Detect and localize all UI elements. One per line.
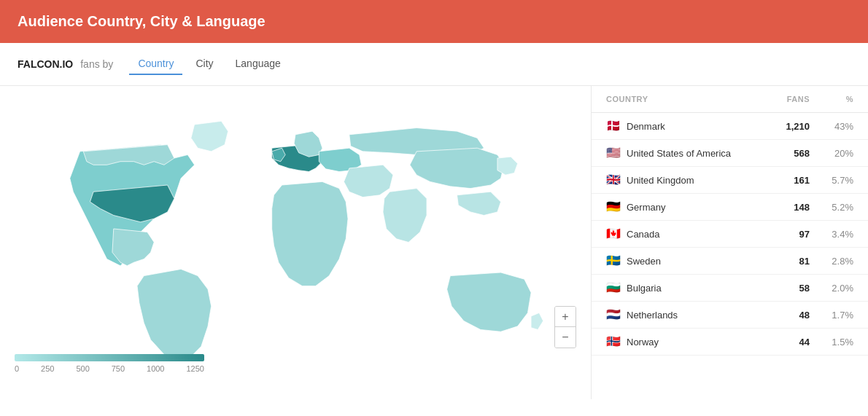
fans-value: 44	[751, 337, 810, 348]
country-cell: 🇳🇴 Norway	[606, 336, 751, 348]
flag-icon: 🇺🇸	[606, 147, 621, 159]
zoom-out-button[interactable]: −	[555, 327, 576, 348]
table-row: 🇳🇴 Norway 44 1.5%	[592, 329, 868, 356]
country-cell: 🇸🇪 Sweden	[606, 255, 751, 267]
table-row: 🇩🇰 Denmark 1,210 43%	[592, 113, 868, 140]
tabs-bar: FALCON.IO fans by Country City Language	[0, 43, 868, 86]
flag-icon: 🇳🇴	[606, 336, 621, 348]
flag-icon: 🇬🇧	[606, 174, 621, 186]
table-row: 🇬🇧 United Kingdom 161 5.7%	[592, 167, 868, 194]
country-name: United States of America	[627, 148, 731, 159]
zoom-in-button[interactable]: +	[555, 307, 576, 327]
fans-value: 1,210	[751, 121, 810, 132]
page-title: Audience Country, City & Language	[18, 13, 266, 29]
col-header-country: COUNTRY	[606, 95, 751, 103]
flag-icon: 🇨🇦	[606, 228, 621, 240]
fans-value: 568	[751, 148, 810, 159]
flag-icon: 🇳🇱	[606, 309, 621, 321]
country-name: Denmark	[627, 121, 665, 132]
country-name: Norway	[627, 337, 659, 348]
world-map	[15, 98, 576, 360]
fans-by-label: fans by	[80, 58, 113, 70]
country-name: Sweden	[627, 256, 661, 267]
table-body: 🇩🇰 Denmark 1,210 43% 🇺🇸 United States of…	[592, 113, 868, 356]
table-row: 🇨🇦 Canada 97 3.4%	[592, 221, 868, 248]
col-header-pct: %	[810, 95, 853, 103]
map-section: 0 250 500 750 1000 1250 + −	[0, 86, 591, 399]
col-header-fans: FANS	[751, 95, 810, 103]
flag-icon: 🇩🇪	[606, 201, 621, 213]
fans-value: 97	[751, 229, 810, 240]
legend-250: 250	[41, 364, 54, 373]
fans-value: 161	[751, 175, 810, 186]
country-cell: 🇧🇬 Bulgaria	[606, 282, 751, 294]
flag-icon: 🇸🇪	[606, 255, 621, 267]
legend-1250: 1250	[186, 364, 204, 373]
table-row: 🇧🇬 Bulgaria 58 2.0%	[592, 275, 868, 302]
table-row: 🇩🇪 Germany 148 5.2%	[592, 194, 868, 221]
legend-500: 500	[76, 364, 89, 373]
map-legend: 0 250 500 750 1000 1250	[15, 354, 204, 373]
legend-1000: 1000	[147, 364, 164, 373]
pct-value: 43%	[810, 121, 853, 132]
legend-bar	[15, 354, 204, 361]
tab-country[interactable]: Country	[129, 53, 182, 75]
page-header: Audience Country, City & Language	[0, 0, 868, 43]
table-row: 🇺🇸 United States of America 568 20%	[592, 140, 868, 167]
pct-value: 1.7%	[810, 310, 853, 321]
pct-value: 5.2%	[810, 202, 853, 213]
pct-value: 2.0%	[810, 283, 853, 294]
main-content: 0 250 500 750 1000 1250 + − COUNTRY FANS…	[0, 86, 868, 399]
tab-city[interactable]: City	[187, 53, 222, 75]
legend-0: 0	[15, 364, 19, 373]
country-name: United Kingdom	[627, 175, 694, 186]
pct-value: 3.4%	[810, 229, 853, 240]
pct-value: 20%	[810, 148, 853, 159]
flag-icon: 🇩🇰	[606, 120, 621, 132]
country-cell: 🇩🇪 Germany	[606, 201, 751, 213]
country-cell: 🇩🇰 Denmark	[606, 120, 751, 132]
country-cell: 🇳🇱 Netherlands	[606, 309, 751, 321]
pct-value: 1.5%	[810, 337, 853, 348]
country-cell: 🇨🇦 Canada	[606, 228, 751, 240]
country-cell: 🇬🇧 United Kingdom	[606, 174, 751, 186]
fans-value: 58	[751, 283, 810, 294]
fans-value: 81	[751, 256, 810, 267]
map-svg	[15, 98, 576, 360]
table-row: 🇸🇪 Sweden 81 2.8%	[592, 248, 868, 275]
fans-value: 148	[751, 202, 810, 213]
zoom-controls: + −	[554, 306, 576, 348]
fans-value: 48	[751, 310, 810, 321]
tab-language[interactable]: Language	[227, 53, 290, 75]
legend-750: 750	[112, 364, 125, 373]
country-name: Canada	[627, 229, 660, 240]
country-table: COUNTRY FANS % 🇩🇰 Denmark 1,210 43% 🇺🇸 U…	[591, 86, 868, 399]
pct-value: 5.7%	[810, 175, 853, 186]
country-name: Netherlands	[627, 310, 678, 321]
brand-label: FALCON.IO	[18, 58, 73, 70]
country-name: Germany	[627, 202, 665, 213]
legend-labels: 0 250 500 750 1000 1250	[15, 364, 204, 373]
country-cell: 🇺🇸 United States of America	[606, 147, 751, 159]
table-row: 🇳🇱 Netherlands 48 1.7%	[592, 302, 868, 329]
country-name: Bulgaria	[627, 283, 662, 294]
flag-icon: 🇧🇬	[606, 282, 621, 294]
table-header: COUNTRY FANS %	[592, 86, 868, 113]
pct-value: 2.8%	[810, 256, 853, 267]
